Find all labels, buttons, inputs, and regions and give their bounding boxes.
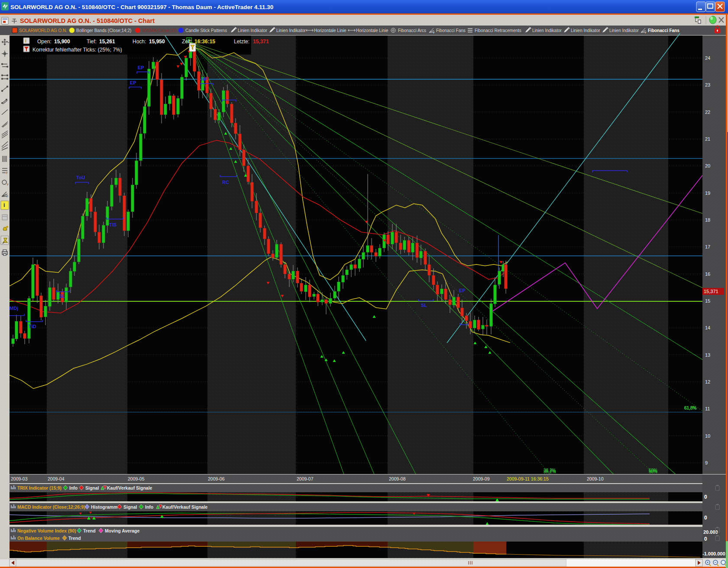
svg-text:23: 23 (705, 82, 710, 87)
svg-text:18: 18 (705, 217, 710, 223)
svg-text:2009-09-11 16:36:15: 2009-09-11 16:36:15 (507, 476, 549, 481)
svg-text:MDj: MDj (10, 306, 18, 311)
svg-text:2009-04: 2009-04 (48, 476, 65, 481)
svg-text:F: F (433, 31, 435, 34)
svg-text:Negative Volume Index (90): Negative Volume Index (90) (17, 528, 76, 533)
svg-text:ToU: ToU (76, 175, 85, 180)
svg-text:17: 17 (705, 244, 710, 249)
svg-text:2009-09: 2009-09 (473, 476, 490, 481)
svg-text:F: F (6, 171, 8, 174)
svg-text:Fibonacci Fans: Fibonacci Fans (436, 28, 466, 33)
svg-text:SL: SL (421, 303, 427, 308)
svg-text:-1.000.000: -1.000.000 (702, 551, 725, 556)
svg-text:2009-08: 2009-08 (389, 476, 406, 481)
svg-text:16: 16 (705, 271, 710, 277)
svg-text:Tief:: Tief: (87, 39, 97, 45)
svg-text:13: 13 (705, 352, 710, 358)
svg-text:14: 14 (705, 325, 710, 330)
svg-text:12: 12 (705, 379, 710, 384)
svg-text:0: 0 (704, 494, 707, 500)
svg-text:Info: Info (145, 504, 153, 510)
svg-text:Moving Average: Moving Average (105, 528, 139, 533)
svg-text:RC: RC (222, 180, 229, 185)
svg-text:21: 21 (705, 136, 710, 142)
svg-text:TiD: TiD (29, 324, 36, 329)
svg-text:Linien Indikator: Linien Indikator (532, 28, 562, 33)
svg-text:2009-06: 2009-06 (208, 476, 225, 481)
svg-text:Trend: Trend (83, 528, 96, 533)
svg-text:i: i (3, 202, 5, 208)
svg-text:20: 20 (705, 163, 710, 168)
svg-text:10: 10 (705, 433, 710, 439)
svg-text:11: 11 (705, 406, 710, 411)
svg-text:Linien Indikator: Linien Indikator (609, 28, 639, 33)
svg-text:19: 19 (705, 190, 710, 196)
svg-text:On Balance Volume: On Balance Volume (17, 536, 60, 541)
svg-text:SL: SL (59, 294, 65, 299)
svg-text:0: 0 (704, 536, 707, 542)
svg-text:Fibonacci Retracements: Fibonacci Retracements (475, 28, 521, 33)
svg-text:Korrektur fehlerhafter Ticks:: Korrektur fehlerhafter Ticks: (25%; 7%) (32, 47, 122, 53)
svg-text:61,8%: 61,8% (684, 406, 696, 410)
svg-text:WWMA(Close;20): WWMA(Close;20) (142, 28, 177, 33)
svg-text:TIS: TIS (109, 222, 116, 227)
svg-text:TRIX Indicator (15;9): TRIX Indicator (15;9) (17, 485, 61, 491)
svg-text:15,950: 15,950 (149, 39, 165, 45)
svg-text:2009-05: 2009-05 (128, 476, 145, 481)
svg-text:15,371: 15,371 (704, 289, 718, 294)
svg-text:HP: HP (201, 77, 207, 82)
svg-text:Fibonacci Fans: Fibonacci Fans (648, 28, 679, 33)
svg-text:Hoch:: Hoch: (133, 39, 146, 45)
svg-text:Kauf/Verkauf Signale: Kauf/Verkauf Signale (107, 485, 152, 491)
svg-text:Linien Indikator: Linien Indikator (276, 28, 306, 33)
svg-text:Kauf/Verkauf Signale: Kauf/Verkauf Signale (162, 504, 208, 510)
svg-text:15,371: 15,371 (253, 39, 269, 45)
svg-text:2009-03: 2009-03 (11, 476, 28, 481)
svg-text:Linien Indikator: Linien Indikator (571, 28, 600, 33)
svg-text:Zeit:: Zeit: (182, 39, 192, 45)
svg-text:Horizontale Linie: Horizontale Linie (356, 28, 388, 33)
svg-text:Signal: Signal (85, 485, 99, 491)
svg-text:EP: EP (130, 80, 136, 85)
svg-text:SOLARWORLD AG O.N. - 510840/OT: SOLARWORLD AG O.N. - 510840/OTC - Chart … (10, 4, 273, 10)
svg-text:Fibonacci Arcs: Fibonacci Arcs (398, 28, 426, 33)
svg-text:MACD Indicator (Close;12;26;9): MACD Indicator (Close;12;26;9) (17, 504, 85, 510)
svg-text:Letzte:: Letzte: (234, 39, 249, 45)
svg-text:22: 22 (705, 110, 710, 115)
svg-text:SOLARWORLD AG O.N.: SOLARWORLD AG O.N. (19, 28, 67, 33)
svg-text:F: F (7, 183, 9, 186)
svg-text:SOLARWORLD AG O.N. - 510840/OT: SOLARWORLD AG O.N. - 510840/OTC - Chart (20, 17, 155, 24)
svg-text:Horizontale Linie: Horizontale Linie (314, 28, 346, 33)
svg-text:Histogramm: Histogramm (91, 504, 117, 510)
svg-text:EP: EP (138, 65, 144, 70)
svg-text:F: F (645, 31, 647, 34)
svg-text:15,261: 15,261 (99, 39, 115, 45)
svg-text:i: i (25, 38, 26, 43)
svg-text:38,2%: 38,2% (544, 469, 556, 474)
svg-text:24: 24 (705, 55, 710, 61)
svg-text:Linien Indikator: Linien Indikator (238, 28, 267, 33)
svg-text:Info: Info (69, 485, 78, 491)
svg-text:Candle Stick Patterns: Candle Stick Patterns (185, 28, 227, 33)
svg-text:16:36:15: 16:36:15 (194, 39, 215, 45)
svg-text:2009-10: 2009-10 (587, 476, 604, 481)
svg-text:50%: 50% (649, 469, 657, 474)
svg-text:EP: EP (459, 288, 466, 293)
svg-text:9: 9 (705, 460, 708, 465)
svg-text:15: 15 (705, 298, 710, 303)
svg-text:Signal: Signal (123, 504, 137, 510)
svg-text:Open:: Open: (37, 39, 52, 45)
svg-text:Bollinger Bands (Close;14;2): Bollinger Bands (Close;14;2) (76, 28, 131, 33)
svg-text:2009-07: 2009-07 (297, 476, 314, 481)
svg-text:15,900: 15,900 (54, 39, 70, 45)
svg-text:0: 0 (704, 515, 707, 521)
svg-text:20.000: 20.000 (703, 529, 718, 535)
svg-text:F: F (6, 195, 8, 198)
svg-text:Trend: Trend (68, 536, 81, 541)
